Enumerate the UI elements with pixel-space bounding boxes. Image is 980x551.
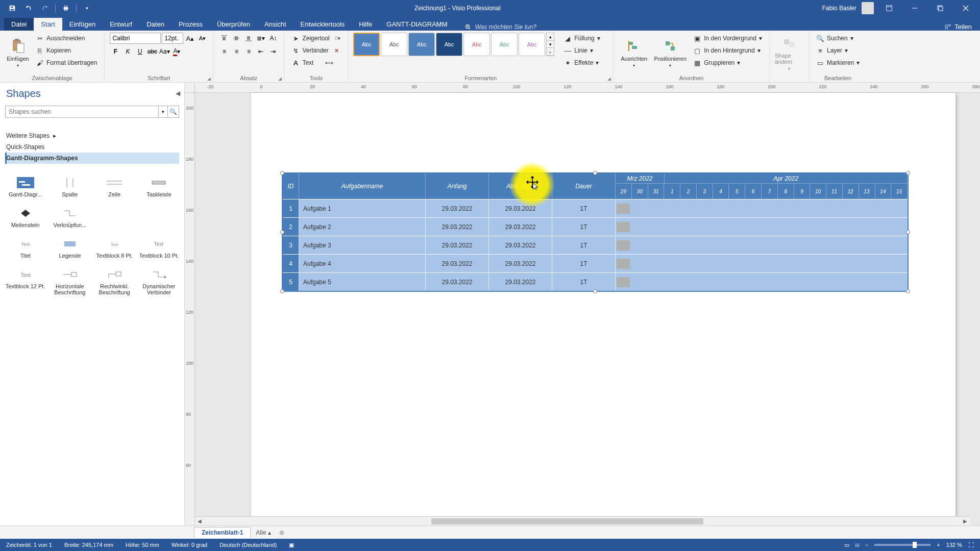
cell-id[interactable]: 3 xyxy=(283,236,299,254)
cell-duration[interactable]: 1T xyxy=(552,273,616,291)
align-center-icon[interactable]: ≡ xyxy=(231,46,242,57)
align-left-icon[interactable]: ≡ xyxy=(218,46,230,57)
paragraph-launcher-icon[interactable]: ◢ xyxy=(278,76,282,81)
fit-window-icon[interactable]: ⛶ xyxy=(968,542,974,548)
tab-data[interactable]: Daten xyxy=(139,18,172,31)
tell-me-search[interactable]: Was möchten Sie tun? xyxy=(464,23,536,31)
canvas[interactable]: -200204060801001201401601802002202402602… xyxy=(185,83,980,525)
tab-design[interactable]: Entwurf xyxy=(103,18,139,31)
italic-button[interactable]: K xyxy=(122,46,133,57)
cell-timeline[interactable] xyxy=(616,218,908,236)
search-go-icon[interactable]: 🔍 xyxy=(168,106,179,118)
horizontal-scrollbar[interactable]: ◀ ▶ xyxy=(195,516,970,525)
maximize-icon[interactable] xyxy=(930,1,950,15)
cell-timeline[interactable] xyxy=(616,255,908,272)
table-row[interactable]: 4Aufgabe 429.03.202229.03.20221T xyxy=(283,254,908,272)
cell-start[interactable]: 29.03.2022 xyxy=(426,218,489,236)
collapse-panel-icon[interactable]: ◀ xyxy=(176,90,180,97)
search-dropdown-icon[interactable]: ▾ xyxy=(159,106,168,118)
format-painter-button[interactable]: 🖌Format übertragen xyxy=(34,57,99,68)
cut-button[interactable]: ✂Ausschneiden xyxy=(34,33,99,44)
shape-legend[interactable]: Legende xyxy=(48,237,91,259)
line-button[interactable]: —Linie ▾ xyxy=(561,45,602,56)
orientation-icon[interactable]: A↕ xyxy=(267,33,279,44)
presentation-mode-icon[interactable]: ▭ xyxy=(844,542,849,548)
shape-title[interactable]: TextTitel xyxy=(4,237,46,259)
status-lang[interactable]: Deutsch (Deutschland) xyxy=(219,542,277,548)
close-icon[interactable] xyxy=(955,1,976,15)
font-size-input[interactable] xyxy=(162,33,183,44)
avatar[interactable] xyxy=(862,2,874,14)
group-button[interactable]: ▦Gruppieren ▾ xyxy=(691,57,764,68)
case-button[interactable]: Aa▾ xyxy=(159,46,170,57)
styles-launcher-icon[interactable]: ◢ xyxy=(607,76,611,81)
layer-button[interactable]: ≡Layer ▾ xyxy=(814,45,862,56)
cell-start[interactable]: 29.03.2022 xyxy=(426,255,489,272)
shape-dynamic-connector[interactable]: Dynamischer Verbinder xyxy=(138,268,180,295)
cell-timeline[interactable] xyxy=(616,199,908,217)
shape-row[interactable]: Zeile xyxy=(93,176,136,197)
sheet-tab-all[interactable]: Alle ▴ xyxy=(251,528,276,538)
cell-name[interactable]: Aufgabe 4 xyxy=(299,255,426,272)
cell-end[interactable]: 29.03.2022 xyxy=(489,236,552,254)
table-row[interactable]: 5Aufgabe 529.03.202229.03.20221T xyxy=(283,272,908,291)
cell-end[interactable]: 29.03.2022 xyxy=(489,218,552,236)
task-bar[interactable] xyxy=(617,222,630,232)
style-swatch[interactable]: Abc xyxy=(491,33,518,56)
bullets-icon[interactable]: ≣▾ xyxy=(255,33,266,44)
cell-start[interactable]: 29.03.2022 xyxy=(426,236,489,254)
tab-gantt[interactable]: GANTT-DIAGRAMM xyxy=(379,18,454,31)
cell-start[interactable]: 29.03.2022 xyxy=(426,273,489,291)
style-swatch[interactable]: Abc xyxy=(408,33,435,56)
cell-id[interactable]: 4 xyxy=(283,255,299,272)
zoom-out-icon[interactable]: − xyxy=(865,542,868,548)
cell-duration[interactable]: 1T xyxy=(552,218,616,236)
find-button[interactable]: 🔍Suchen ▾ xyxy=(814,33,862,44)
indent-increase-icon[interactable]: ⇥ xyxy=(267,46,279,57)
shrink-font-icon[interactable]: A▾ xyxy=(197,33,208,44)
cell-duration[interactable]: 1T xyxy=(552,236,616,254)
minimize-icon[interactable] xyxy=(904,1,925,15)
shape-milestone[interactable]: Meilenstein xyxy=(4,207,46,228)
cell-end[interactable]: 29.03.2022 xyxy=(489,273,552,291)
align-bottom-icon[interactable] xyxy=(243,33,254,44)
shape-link-lines[interactable]: Verknüpfun... xyxy=(48,207,91,228)
strike-button[interactable]: abc xyxy=(146,46,158,57)
fit-page-icon[interactable]: □ xyxy=(855,542,859,548)
tab-view[interactable]: Ansicht xyxy=(257,18,293,31)
text-tool[interactable]: AText⟷ xyxy=(289,57,335,68)
position-button[interactable]: Positionieren▾ xyxy=(652,33,688,72)
drawing-page[interactable] xyxy=(251,93,955,525)
cell-timeline[interactable] xyxy=(616,273,908,291)
cell-id[interactable]: 1 xyxy=(283,199,299,217)
select-button[interactable]: ▭Markieren ▾ xyxy=(814,57,862,68)
copy-button[interactable]: ⎘Kopieren xyxy=(34,45,99,56)
paste-button[interactable]: Einfügen ▾ xyxy=(5,33,31,72)
align-middle-icon[interactable] xyxy=(231,33,242,44)
cell-timeline[interactable] xyxy=(616,236,908,254)
redo-icon[interactable] xyxy=(39,2,51,14)
col-header-end[interactable]: Abschluss xyxy=(489,173,552,199)
user-name[interactable]: Fabio Basler xyxy=(822,5,856,12)
col-header-name[interactable]: Aufgabenname xyxy=(299,173,426,199)
table-row[interactable]: 3Aufgabe 329.03.202229.03.20221T xyxy=(283,236,908,254)
tab-insert[interactable]: Einfügen xyxy=(62,18,103,31)
col-header-id[interactable]: ID xyxy=(283,173,299,199)
scroll-left-icon[interactable]: ◀ xyxy=(195,518,204,524)
cell-id[interactable]: 5 xyxy=(283,273,299,291)
font-color-button[interactable]: A▾ xyxy=(171,46,182,57)
effects-button[interactable]: ✦Effekte ▾ xyxy=(561,57,602,68)
shape-right-angle-callout[interactable]: Rechtwinkl. Beschriftung xyxy=(93,268,136,295)
tab-file[interactable]: Datei xyxy=(4,18,34,31)
cell-id[interactable]: 2 xyxy=(283,218,299,236)
shape-textblock-10[interactable]: TextTextblock 10 Pt. xyxy=(138,237,180,259)
task-bar[interactable] xyxy=(617,277,630,287)
fill-button[interactable]: ◢Füllung ▾ xyxy=(561,33,602,44)
zoom-level[interactable]: 132 % xyxy=(946,542,962,548)
shape-textblock-12[interactable]: TextTextblock 12 Pt. xyxy=(4,268,46,295)
style-swatch[interactable]: Abc xyxy=(519,33,545,56)
col-header-start[interactable]: Anfang xyxy=(426,173,489,199)
style-swatch[interactable]: Abc xyxy=(381,33,407,56)
tab-home[interactable]: Start xyxy=(34,18,62,31)
undo-icon[interactable] xyxy=(22,2,35,14)
